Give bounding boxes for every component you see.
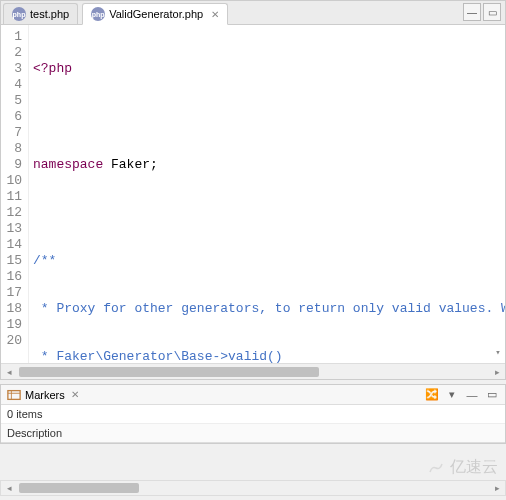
markers-column-header[interactable]: Description [1,424,505,443]
markers-header: Markers ✕ 🔀 ▾ — ▭ [1,385,505,405]
editor-container: php test.php php ValidGenerator.php ✕ — … [0,0,506,380]
editor-tab-bar: php test.php php ValidGenerator.php ✕ — … [1,1,505,25]
code-editor[interactable]: 1 2 3 4 5 6 7 8 9 10 11 12 13 14 15 16 1… [1,25,505,363]
tab-validgenerator-php[interactable]: php ValidGenerator.php ✕ [82,3,228,25]
minimize-button[interactable]: — [463,3,481,21]
vertical-scrollbar[interactable]: ▾ [491,25,505,363]
filter-button[interactable]: 🔀 [423,386,441,404]
tab-test-php[interactable]: php test.php [3,3,78,24]
scroll-left-icon[interactable]: ◂ [1,365,17,379]
maximize-button[interactable]: ▭ [483,3,501,21]
scroll-right-icon[interactable]: ▸ [489,365,505,379]
tab-label: ValidGenerator.php [109,8,203,20]
watermark: 亿速云 [426,457,498,478]
markers-toolbar: 🔀 ▾ — ▭ [423,386,501,404]
scroll-thumb[interactable] [19,367,319,377]
code-content[interactable]: <?php namespace Faker; /** * Proxy for o… [29,25,505,363]
scroll-thumb[interactable] [19,483,139,493]
minimize-button[interactable]: — [463,386,481,404]
markers-status: 0 items [1,405,505,424]
tab-label: test.php [30,8,69,20]
scroll-track[interactable] [17,367,489,377]
editor-toolbar: — ▭ [463,3,501,21]
markers-content: 0 items Description [1,405,505,443]
bottom-horizontal-scrollbar[interactable]: ◂ ▸ [0,480,506,496]
maximize-button[interactable]: ▭ [483,386,501,404]
scroll-left-icon[interactable]: ◂ [1,483,17,493]
close-icon[interactable]: ✕ [71,389,79,400]
horizontal-scrollbar[interactable]: ◂ ▸ [1,363,505,379]
view-menu-button[interactable]: ▾ [443,386,461,404]
scroll-track[interactable] [17,483,489,493]
php-icon: php [12,7,26,21]
close-icon[interactable]: ✕ [211,9,219,20]
markers-title: Markers [25,389,65,401]
markers-panel: Markers ✕ 🔀 ▾ — ▭ 0 items Description [0,384,506,444]
line-number-gutter: 1 2 3 4 5 6 7 8 9 10 11 12 13 14 15 16 1… [1,25,29,363]
scroll-down-icon[interactable]: ▾ [493,343,502,363]
markers-icon [7,388,21,402]
php-icon: php [91,7,105,21]
svg-rect-0 [8,390,20,399]
scroll-right-icon[interactable]: ▸ [489,483,505,493]
